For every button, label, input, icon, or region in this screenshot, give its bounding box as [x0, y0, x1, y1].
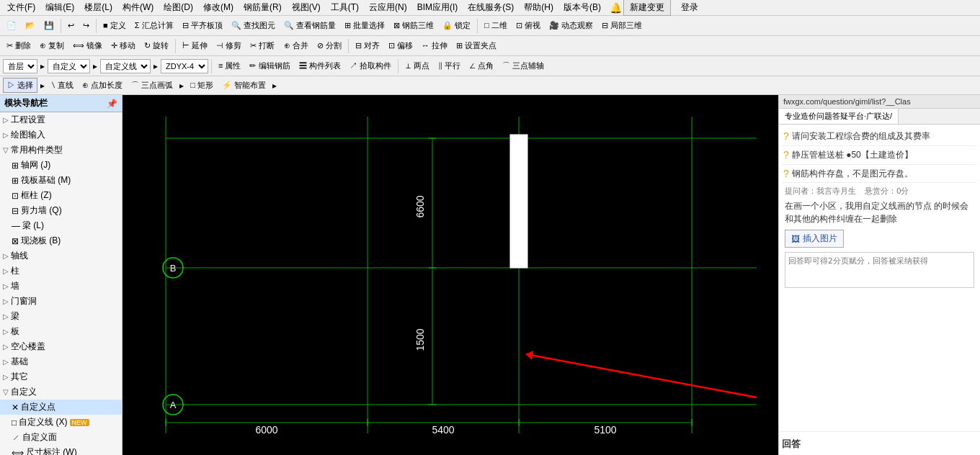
tb-offset[interactable]: ⊡ 偏移: [385, 39, 416, 53]
tb-point-len[interactable]: ⊕ 点加长度: [79, 78, 126, 92]
tb-member-list[interactable]: ☰ 构件列表: [295, 59, 344, 73]
menu-version[interactable]: 版本号(B): [559, 0, 605, 15]
tb-select[interactable]: ▷ 选择: [3, 78, 37, 93]
nav-custom-point[interactable]: ✕ 自定义点: [0, 400, 122, 415]
tb-extend[interactable]: ⊢ 延伸: [179, 39, 211, 53]
menu-modify[interactable]: 修改(M): [199, 0, 238, 15]
menu-cloud[interactable]: 云应用(N): [365, 0, 411, 15]
nav-column-label: 框柱 (Z): [21, 189, 52, 202]
tb-2d[interactable]: □ 二维: [481, 19, 511, 32]
tb-redo[interactable]: ↪: [79, 19, 93, 32]
tb-move[interactable]: ✛ 移动: [107, 39, 139, 53]
nav-hollow-floor[interactable]: ▷ 空心楼盖: [0, 339, 122, 354]
nav-door-window[interactable]: ▷ 门窗洞: [0, 294, 122, 309]
nav-draw-input[interactable]: ▷ 绘图输入: [0, 127, 122, 143]
menu-member[interactable]: 构件(W): [118, 0, 158, 15]
tb-edit-rebar[interactable]: ✏ 编辑钢筋: [246, 59, 293, 73]
new-change-button[interactable]: 新建变更: [623, 0, 671, 16]
tb-batch-select[interactable]: ⊞ 批量选择: [341, 19, 388, 32]
tb-dynamic-obs[interactable]: 🎥 动态观察: [545, 19, 597, 32]
tb-local-3d[interactable]: ⊟ 局部三维: [598, 19, 646, 32]
nav-beam2[interactable]: ▷ 梁: [0, 309, 122, 324]
nav-custom-face[interactable]: ⟋ 自定义面: [0, 430, 122, 445]
nav-item-slab[interactable]: ⊠ 现浇板 (B): [0, 233, 122, 248]
tb-find-element[interactable]: 🔍 查找图元: [228, 19, 279, 32]
question-item-1[interactable]: ? 请问安装工程综合费的组成及其费率: [782, 127, 977, 146]
nav-item-column[interactable]: ⊡ 框柱 (Z): [0, 188, 122, 203]
tb-three-point[interactable]: ⌒ 三点辅轴: [499, 59, 548, 73]
nav-custom[interactable]: ▽ 自定义: [0, 384, 122, 400]
tb-delete[interactable]: ✂ 删除: [3, 39, 35, 53]
right-tab-questions[interactable]: 专业造价问题答疑平台·广联达/: [779, 109, 899, 124]
tb-three-arc[interactable]: ⌒ 三点画弧: [128, 78, 177, 92]
tb-trim[interactable]: ⊣ 修剪: [213, 39, 245, 53]
menu-edit[interactable]: 编辑(E): [41, 0, 79, 15]
menu-online[interactable]: 在线服务(S): [463, 0, 518, 15]
menu-bim[interactable]: BIM应用(I): [413, 0, 463, 15]
menu-help[interactable]: 帮助(H): [520, 0, 558, 15]
tb-calc[interactable]: Σ 汇总计算: [131, 19, 177, 32]
nav-others[interactable]: ▷ 其它: [0, 369, 122, 384]
nav-item-beam[interactable]: — 梁 (L): [0, 218, 122, 233]
tb-open[interactable]: 📂: [22, 19, 39, 32]
menu-tools[interactable]: 工具(T): [326, 0, 363, 15]
tb-split[interactable]: ⊘ 分割: [313, 39, 345, 53]
menu-view[interactable]: 视图(V): [288, 0, 325, 15]
tb-break[interactable]: ✂ 打断: [246, 39, 278, 53]
floor-select[interactable]: 首层: [3, 59, 37, 73]
tb-new[interactable]: 📄: [3, 19, 20, 32]
menu-rebar[interactable]: 钢筋量(R): [239, 0, 286, 15]
tb-parallel[interactable]: ∥ 平行: [435, 59, 464, 73]
tb-smart-place[interactable]: ⚡ 智能布置: [218, 78, 270, 92]
line-type-select[interactable]: 自定义线: [100, 59, 151, 73]
tb-merge[interactable]: ⊕ 合并: [280, 39, 312, 53]
menu-draw[interactable]: 绘图(D): [159, 0, 197, 15]
question-item-2[interactable]: ? 静压管桩送桩 ●50【土建造价】: [782, 146, 977, 165]
code-select[interactable]: ZDYX-4: [161, 59, 208, 73]
cad-canvas[interactable]: 6600 1500 B A 6000 5400 5100: [122, 95, 778, 455]
tb-rotate[interactable]: ↻ 旋转: [141, 39, 172, 53]
nav-slab-label: 现浇板 (B): [21, 235, 61, 247]
menu-file[interactable]: 文件(F): [3, 0, 40, 15]
tb-top-view[interactable]: ⊡ 俯视: [512, 19, 544, 32]
nav-col[interactable]: ▷ 柱: [0, 263, 122, 279]
tb-line[interactable]: ∖ 直线: [48, 78, 77, 92]
tb-rect[interactable]: □ 矩形: [187, 78, 217, 92]
nav-engineering-setup[interactable]: ▷ 工程设置: [0, 112, 122, 127]
nav-wall[interactable]: ▷ 墙: [0, 279, 122, 294]
tb-mirror[interactable]: ⟺ 镜像: [69, 39, 106, 53]
tb-set-grip[interactable]: ⊞ 设置夹点: [453, 39, 500, 53]
menu-floor[interactable]: 楼层(L): [80, 0, 117, 15]
tb-view-rebar[interactable]: 🔍 查看钢筋量: [280, 19, 339, 32]
tb-pick-member[interactable]: ↗ 拾取构件: [346, 59, 395, 73]
answer-input[interactable]: [785, 252, 974, 288]
nav-axis[interactable]: ▷ 轴线: [0, 248, 122, 263]
grid-icon: ⊞: [12, 161, 19, 171]
nav-item-raft[interactable]: ⊞ 筏板基础 (M): [0, 173, 122, 188]
nav-item-shear-wall[interactable]: ⊟ 剪力墙 (Q): [0, 203, 122, 218]
tb-properties[interactable]: ≡ 属性: [215, 59, 244, 73]
nav-common-members[interactable]: ▽ 常用构件类型: [0, 143, 122, 158]
nav-dim[interactable]: ⟺ 尺寸标注 (W): [0, 445, 122, 455]
tb-rebar-3d[interactable]: ⊠ 钢筋三维: [390, 19, 437, 32]
nav-custom-line[interactable]: □ 自定义线 (X) NEW: [0, 415, 122, 430]
nav-pin-icon[interactable]: 📌: [107, 99, 117, 109]
tb-point-angle[interactable]: ∠ 点角: [466, 59, 497, 73]
nav-slab2[interactable]: ▷ 板: [0, 324, 122, 339]
nav-foundation[interactable]: ▷ 基础: [0, 354, 122, 369]
nav-axis-label: 轴线: [11, 250, 28, 262]
tb-define[interactable]: ■ 定义: [99, 19, 130, 32]
login-button[interactable]: 登录: [675, 0, 704, 15]
tb-copy[interactable]: ⊕ 复制: [36, 39, 68, 53]
tb-save[interactable]: 💾: [40, 19, 58, 32]
tb-lock[interactable]: 🔒 锁定: [439, 19, 474, 32]
question-item-3[interactable]: ? 钢筋构件存盘，不是图元存盘。: [782, 165, 977, 184]
nav-item-grid[interactable]: ⊞ 轴网 (J): [0, 158, 122, 173]
def-select[interactable]: 自定义: [48, 59, 90, 73]
tb-two-point[interactable]: ⊥ 两点: [401, 59, 433, 73]
tb-align[interactable]: ⊟ 对齐: [352, 39, 383, 53]
insert-image-button[interactable]: 🖼 插入图片: [785, 230, 844, 248]
tb-stretch[interactable]: ↔ 拉伸: [418, 39, 451, 53]
tb-level-board[interactable]: ⊟ 平齐板顶: [179, 19, 226, 32]
tb-undo[interactable]: ↩: [64, 19, 78, 32]
